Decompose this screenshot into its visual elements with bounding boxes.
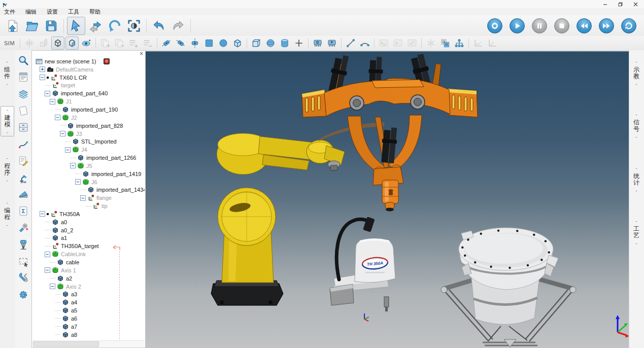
minimize-button[interactable] (597, 0, 613, 8)
new-scene-button[interactable] (4, 17, 22, 35)
expander-plus[interactable]: + (40, 66, 45, 72)
path-curve-button[interactable] (17, 138, 29, 150)
viewport-3d[interactable]: TH 350A (146, 50, 629, 348)
create-block-button[interactable] (250, 37, 263, 50)
expander-minus[interactable]: − (50, 99, 55, 105)
undo-button[interactable] (150, 17, 168, 35)
expander-minus[interactable]: − (55, 115, 60, 120)
left-tab-2[interactable]: -建 模- (1, 106, 14, 136)
tree-item-imported-part-1266[interactable]: imported_part_1266 (32, 154, 145, 162)
tree-item-j1[interactable]: −J1 (32, 97, 145, 106)
create-cylinder-button[interactable] (278, 37, 291, 50)
tree-item-defaultcamera[interactable]: +DefaultCamera (32, 65, 145, 74)
close-button[interactable] (628, 0, 643, 8)
create-line-button[interactable] (344, 37, 357, 50)
model-bowl-on-frame[interactable] (441, 228, 576, 347)
create-box-button[interactable] (231, 37, 244, 50)
tree-item-a2[interactable]: a2 (32, 274, 145, 283)
translate-tool-button[interactable] (86, 17, 105, 35)
right-tab-3[interactable]: -统 计- (630, 165, 643, 194)
properties-button[interactable] (17, 71, 29, 83)
left-tab-1[interactable]: -组 件- (1, 58, 14, 88)
tree-item-a7[interactable]: a7 (32, 323, 145, 331)
reset-simulation-button[interactable] (621, 18, 636, 33)
tree-item-imported-part-640[interactable]: −imported_part_640 (32, 89, 145, 97)
tree-item-j6[interactable]: −J6 (32, 178, 145, 186)
expander-minus[interactable]: − (60, 131, 65, 136)
tree-item-cable[interactable]: cable (32, 258, 145, 266)
menu-settings[interactable]: 设置 (47, 8, 58, 15)
tree-item-flange[interactable]: −flange (32, 194, 145, 202)
console-2-button[interactable] (391, 37, 404, 50)
expander-minus[interactable]: − (65, 147, 71, 153)
create-arc-button[interactable] (358, 37, 371, 50)
tree-item-imported-part-1419[interactable]: imported_part_1419 (32, 170, 145, 178)
right-tab-1[interactable]: -示 教- (630, 58, 643, 88)
calibration-camera-button[interactable] (17, 238, 29, 251)
scene-record-indicator[interactable] (104, 58, 110, 64)
tree-item-a4[interactable]: a4 (32, 298, 145, 306)
wireframe-view-button[interactable] (51, 37, 64, 50)
close-panel-icon[interactable]: × (140, 50, 143, 57)
joint-axis-3-button[interactable] (188, 37, 201, 50)
manipulator-button[interactable] (23, 37, 36, 50)
tree-item-a5[interactable]: a5 (32, 306, 145, 315)
open-file-button[interactable] (23, 17, 41, 35)
expander-minus[interactable]: − (45, 91, 50, 96)
select-tool-button[interactable] (67, 17, 85, 35)
copy-remove-button[interactable] (113, 37, 126, 50)
lasso-select-button[interactable] (17, 255, 29, 267)
maximize-button[interactable] (613, 0, 628, 8)
menu-edit[interactable]: 编辑 (25, 8, 37, 15)
incline-button[interactable] (17, 188, 29, 200)
expander-minus[interactable]: − (75, 179, 81, 185)
tree-item-j2[interactable]: −J2 (32, 114, 145, 122)
viewport-canvas[interactable]: TH 350A (146, 50, 629, 348)
settings-gear-button[interactable] (17, 289, 29, 301)
sheet-button[interactable] (17, 105, 29, 117)
stop-button[interactable] (554, 18, 569, 33)
tree-item-a0[interactable]: a0 (32, 218, 145, 226)
menu-tools[interactable]: 工具 (68, 8, 79, 15)
expander-minus[interactable]: − (45, 267, 50, 273)
save-file-button[interactable] (42, 17, 60, 35)
layers-stack-button[interactable] (17, 88, 29, 100)
right-tab-2[interactable]: -信 号- (630, 111, 643, 141)
list-add-button[interactable] (127, 37, 140, 50)
model-scara-robot[interactable]: TH 350A (330, 217, 395, 321)
tree-item-a3[interactable]: a3 (32, 290, 145, 298)
tools-wrench-button[interactable] (17, 272, 29, 284)
tree-item-j4[interactable]: −J4 (32, 146, 145, 154)
tree-item-stl-imported[interactable]: STL_Imported (32, 137, 145, 146)
tree-item-a0-2[interactable]: a0_2 (32, 226, 145, 234)
machining-tool-button[interactable] (17, 222, 29, 234)
plot-b-button[interactable] (486, 37, 499, 50)
console-3-button[interactable] (405, 37, 419, 50)
list-remove-button[interactable] (141, 37, 154, 50)
redo-button[interactable] (169, 17, 187, 35)
scrollbar-thumb[interactable] (33, 341, 99, 347)
step-back-button[interactable] (577, 18, 592, 33)
fit-view-button[interactable] (125, 17, 143, 35)
left-tab-4[interactable]: -编 程- (1, 199, 14, 229)
expander-minus[interactable]: − (70, 163, 76, 168)
left-tab-3[interactable]: -程 序- (1, 155, 14, 184)
tree-item-a8[interactable]: a8 (32, 331, 145, 339)
create-sphere-button[interactable] (217, 37, 230, 50)
tree-item-a6[interactable]: a6 (32, 315, 145, 323)
tree-item-imported-part-190[interactable]: imported_part_190 (32, 106, 145, 114)
expander-minus[interactable]: − (40, 75, 45, 80)
rotate-tool-button[interactable] (106, 17, 124, 35)
tree-horizontal-scrollbar[interactable] (32, 340, 145, 347)
joint-axis-1-button[interactable] (160, 37, 173, 50)
pause-button[interactable] (532, 18, 547, 33)
search-button[interactable] (17, 54, 29, 66)
tree-item-axis-2[interactable]: −Axis 2 (32, 283, 145, 291)
tree-item-j3[interactable]: −J3 (32, 130, 145, 138)
show-hide-button[interactable] (80, 37, 93, 50)
device-f-button[interactable]: F (325, 37, 338, 50)
edit-script-button[interactable] (17, 155, 29, 167)
snap-move-button[interactable] (37, 37, 50, 50)
expander-minus[interactable]: − (45, 252, 50, 257)
tree-item-imported-part-1434[interactable]: imported_part_1434 (32, 186, 145, 194)
